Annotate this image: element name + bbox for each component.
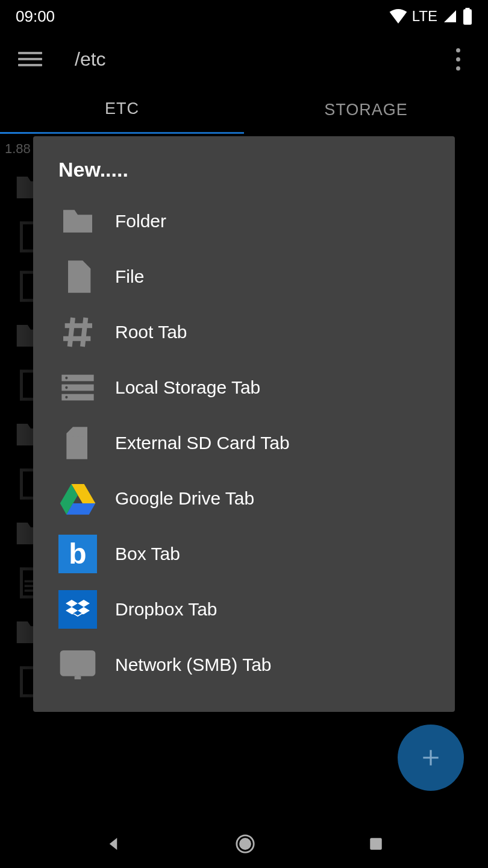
menu-label: File — [115, 266, 144, 287]
battery-icon — [463, 8, 472, 25]
menu-label: Google Drive Tab — [115, 488, 254, 509]
tab-storage[interactable]: STORAGE — [244, 86, 488, 134]
dialog-title: New..... — [33, 158, 455, 193]
svg-point-5 — [65, 377, 67, 379]
menu-item-hash[interactable]: Root Tab — [33, 304, 455, 360]
status-time: 09:00 — [16, 7, 55, 26]
svg-point-19 — [239, 838, 251, 850]
svg-rect-16 — [58, 590, 97, 629]
svg-rect-8 — [71, 430, 74, 437]
menu-item-sd[interactable]: External SD Card Tab — [33, 415, 455, 471]
menu-label: Root Tab — [115, 322, 187, 342]
nav-bar — [0, 820, 488, 868]
svg-rect-20 — [370, 838, 382, 850]
box-icon: b — [58, 535, 97, 573]
more-icon[interactable] — [446, 47, 470, 71]
tab-etc[interactable]: ETC — [0, 86, 244, 134]
svg-rect-0 — [463, 9, 472, 25]
dropbox-icon — [58, 590, 97, 629]
wifi-icon — [389, 9, 407, 24]
menu-item-smb[interactable]: Network (SMB) Tab — [33, 637, 455, 693]
svg-text:b: b — [69, 538, 86, 570]
menu-label: Folder — [115, 211, 166, 231]
hamburger-icon[interactable] — [18, 48, 42, 70]
path-breadcrumb[interactable]: /etc — [75, 48, 446, 71]
menu-label: Local Storage Tab — [115, 377, 260, 398]
menu-item-box[interactable]: b Box Tab — [33, 526, 455, 582]
tabs: ETC STORAGE — [0, 86, 488, 134]
plus-icon — [419, 746, 442, 769]
status-right: LTE — [389, 8, 472, 25]
network-label: LTE — [412, 8, 437, 25]
menu-item-storage[interactable]: Local Storage Tab — [33, 360, 455, 415]
smb-icon — [58, 646, 97, 684]
signal-icon — [442, 9, 458, 24]
hash-icon — [58, 313, 97, 351]
menu-label: Dropbox Tab — [115, 599, 217, 620]
app-bar: /etc — [0, 33, 488, 86]
menu-label: Box Tab — [115, 544, 180, 564]
menu-label: External SD Card Tab — [115, 433, 290, 453]
menu-item-folder[interactable]: Folder — [33, 193, 455, 249]
home-icon[interactable] — [235, 834, 255, 854]
svg-rect-10 — [81, 430, 84, 437]
svg-rect-17 — [61, 652, 93, 675]
recents-icon[interactable] — [368, 836, 384, 852]
storage-icon — [58, 368, 97, 407]
svg-rect-9 — [76, 430, 79, 437]
folder-icon — [58, 202, 97, 241]
menu-item-file[interactable]: File — [33, 249, 455, 304]
new-dialog: New..... Folder File Root Tab Local Stor… — [33, 136, 455, 712]
gdrive-icon — [58, 479, 97, 518]
svg-rect-1 — [466, 8, 470, 10]
menu-label: Network (SMB) Tab — [115, 655, 272, 675]
sd-icon — [58, 424, 97, 462]
menu-item-dropbox[interactable]: Dropbox Tab — [33, 582, 455, 637]
status-bar: 09:00 LTE — [0, 0, 488, 33]
svg-point-7 — [65, 396, 67, 398]
menu-item-gdrive[interactable]: Google Drive Tab — [33, 471, 455, 526]
fab-add[interactable] — [398, 725, 464, 791]
file-icon — [58, 257, 97, 296]
back-icon[interactable] — [104, 835, 122, 853]
svg-point-6 — [65, 386, 67, 389]
